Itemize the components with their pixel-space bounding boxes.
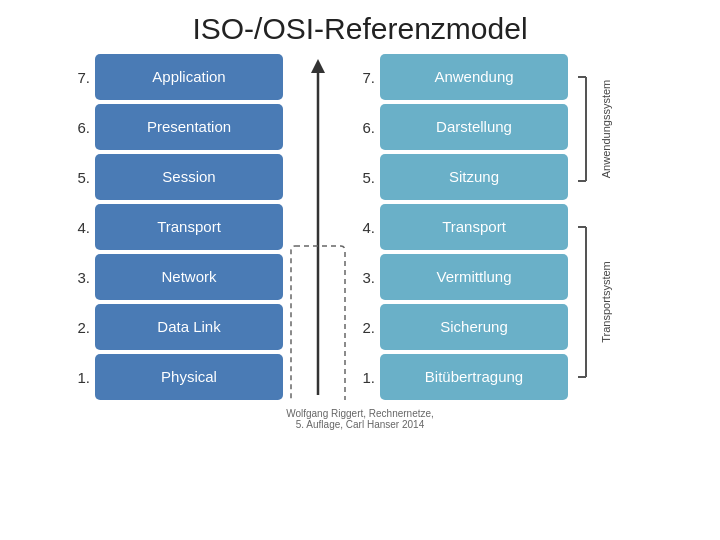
right-box-7: Bitübertragung <box>380 354 568 400</box>
right-column: 7.Anwendung6.Darstellung5.Sitzung4.Trans… <box>353 52 568 400</box>
page-title: ISO-/OSI-Referenzmodel <box>0 0 720 52</box>
right-box-5: Vermittlung <box>380 254 568 300</box>
svg-marker-1 <box>311 59 325 73</box>
page-container: ISO-/OSI-Referenzmodel 7.Application6.Pr… <box>0 0 720 540</box>
right-layer-row: 5.Sitzung <box>353 154 568 200</box>
middle-section <box>283 52 353 400</box>
right-layer-row: 7.Anwendung <box>353 54 568 100</box>
transportsystem-label: Transportsystem <box>600 261 612 343</box>
right-num-4: 4. <box>353 219 375 236</box>
left-layer-row: 7.Application <box>68 54 283 100</box>
left-layer-row: 5.Session <box>68 154 283 200</box>
left-num-2: 6. <box>68 119 90 136</box>
left-box-1: Application <box>95 54 283 100</box>
right-num-2: 6. <box>353 119 375 136</box>
left-box-2: Presentation <box>95 104 283 150</box>
left-box-7: Physical <box>95 354 283 400</box>
left-box-3: Session <box>95 154 283 200</box>
right-layer-row: 6.Darstellung <box>353 104 568 150</box>
left-layer-row: 2.Data Link <box>68 304 283 350</box>
right-layer-row: 3.Vermittlung <box>353 254 568 300</box>
anwendungssystem-label: Anwendungssystem <box>600 80 612 178</box>
content-area: 7.Application6.Presentation5.Session4.Tr… <box>0 52 720 400</box>
right-side-labels: AnwendungssystemTransportsystem <box>572 52 652 400</box>
left-num-3: 5. <box>68 169 90 186</box>
left-layer-row: 3.Network <box>68 254 283 300</box>
left-num-4: 4. <box>68 219 90 236</box>
right-box-6: Sicherung <box>380 304 568 350</box>
right-layer-row: 4.Transport <box>353 204 568 250</box>
up-arrow-icon <box>283 54 353 400</box>
right-num-6: 2. <box>353 319 375 336</box>
footer-line1: Wolfgang Riggert, Rechnernetze, <box>286 408 434 419</box>
right-num-5: 3. <box>353 269 375 286</box>
left-layer-row: 1.Physical <box>68 354 283 400</box>
left-box-5: Network <box>95 254 283 300</box>
footer-line2: 5. Auflage, Carl Hanser 2014 <box>296 419 424 430</box>
left-num-6: 2. <box>68 319 90 336</box>
right-num-1: 7. <box>353 69 375 86</box>
left-num-1: 7. <box>68 69 90 86</box>
left-layer-row: 4.Transport <box>68 204 283 250</box>
right-box-4: Transport <box>380 204 568 250</box>
left-box-6: Data Link <box>95 304 283 350</box>
left-num-5: 3. <box>68 269 90 286</box>
right-box-2: Darstellung <box>380 104 568 150</box>
right-num-7: 1. <box>353 369 375 386</box>
right-box-1: Anwendung <box>380 54 568 100</box>
left-box-4: Transport <box>95 204 283 250</box>
right-layer-row: 2.Sicherung <box>353 304 568 350</box>
right-num-3: 5. <box>353 169 375 186</box>
right-box-3: Sitzung <box>380 154 568 200</box>
brackets-svg: AnwendungssystemTransportsystem <box>572 54 652 400</box>
right-layer-row: 1.Bitübertragung <box>353 354 568 400</box>
left-layer-row: 6.Presentation <box>68 104 283 150</box>
left-column: 7.Application6.Presentation5.Session4.Tr… <box>68 52 283 400</box>
left-num-7: 1. <box>68 369 90 386</box>
footer: Wolfgang Riggert, Rechnernetze, 5. Aufla… <box>0 408 720 430</box>
